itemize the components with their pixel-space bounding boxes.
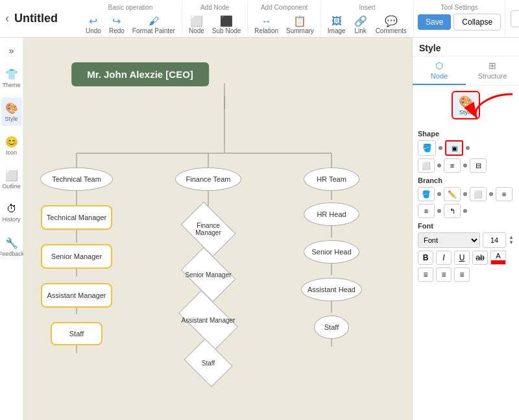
font-section-label: Font [418, 222, 514, 230]
shape-btn-fill[interactable]: 🪣 [418, 140, 436, 156]
save-button[interactable]: Save [418, 14, 451, 30]
branch-section-label: Branch [418, 177, 514, 184]
bold-button[interactable]: B [418, 251, 433, 265]
strikethrough-button[interactable]: ab [472, 251, 488, 265]
branch-section: Branch 🪣 ✏️ ⬜ ≡ ≡ ↰ [418, 177, 514, 218]
staff-tech-node[interactable]: Staff [51, 322, 103, 345]
feedback-icon: 🔧 [5, 237, 18, 249]
collapse-button[interactable]: Collapse [453, 14, 501, 31]
branch-style-btn[interactable]: ≡ [418, 204, 435, 218]
branch-dot-3 [489, 192, 493, 196]
font-align-row: ≡ ≡ ≡ [418, 267, 514, 282]
shape-row-2: ⬜ ≡ ⊟ [418, 158, 514, 173]
ceo-node[interactable]: Mr. John Alexzie [CEO] [71, 62, 209, 86]
hr-team-node[interactable]: HR Team [304, 167, 359, 191]
sub-node-button[interactable]: ⬛Sub Node [210, 14, 243, 36]
app-title: Untitled [14, 12, 66, 25]
toolbar-section-add-node: Add Node ⬜Node ⬛Sub Node [182, 1, 248, 36]
back-button[interactable]: ‹ [5, 12, 9, 25]
branch-dot-5 [463, 209, 467, 213]
sidebar-item-history[interactable]: ⏱ History [1, 199, 22, 227]
font-size-down[interactable]: ▼ [509, 240, 514, 245]
dash-shape-icon: ⊟ [476, 162, 481, 170]
font-size-arrows: ▲ ▼ [509, 235, 514, 245]
sidebar-item-theme[interactable]: 👕 Theme [1, 64, 22, 92]
toolbar-section-insert: Insert 🖼Image 🔗Link 💬Comments [321, 1, 414, 36]
summary-button[interactable]: 📋Summary [284, 14, 317, 36]
branch-dot-4 [437, 209, 441, 213]
style-active-button[interactable]: 🎨 Style [452, 91, 480, 119]
branch-fill-btn[interactable]: 🪣 [418, 187, 435, 201]
senior-manager-tech-node[interactable]: Senior Manager [41, 244, 112, 269]
font-color-button[interactable]: A [490, 251, 506, 265]
toolbar-section-tool-settings: Tool Settings Save Collapse [414, 1, 505, 36]
theme-icon: 👕 [5, 68, 18, 80]
node-button[interactable]: ⬜Node [186, 14, 207, 36]
branch-curve-btn[interactable]: ↰ [444, 204, 461, 218]
align-right-icon: ≡ [459, 270, 464, 279]
branch-align-btn[interactable]: ≡ [496, 187, 513, 201]
image-button[interactable]: 🖼Image [325, 14, 348, 36]
link-button[interactable]: 🔗Link [351, 14, 370, 36]
structure-tab-icon: ⊞ [489, 60, 496, 71]
underline-button[interactable]: U [454, 251, 470, 265]
assistant-manager-finance-node[interactable]: Assistant Manager [181, 303, 235, 338]
senior-manager-finance-node[interactable]: Senior Manager [184, 257, 232, 292]
shape-btn-rect[interactable]: ▣ [445, 140, 463, 156]
align-left-button[interactable]: ≡ [418, 267, 433, 282]
font-size-input[interactable] [483, 232, 506, 248]
shape-dot-separator2 [466, 146, 470, 150]
technical-team-node[interactable]: Technical Team [40, 167, 113, 191]
branch-outline-btn[interactable]: ⬜ [470, 187, 487, 201]
toolbar: Basic operation ↩Undo ↪Redo 🖌Format Pain… [79, 1, 505, 36]
tab-node[interactable]: ⬡ Node [413, 56, 466, 85]
shape-line-btn[interactable]: ≡ [444, 158, 461, 173]
branch-style-icon: ≡ [424, 207, 428, 215]
branch-row-2: ≡ ↰ [418, 204, 514, 218]
tab-structure[interactable]: ⊞ Structure [466, 56, 519, 85]
assistant-manager-tech-node[interactable]: Assistant Manager [41, 283, 112, 308]
branch-fill-icon: 🪣 [422, 190, 431, 199]
font-select[interactable]: Font [418, 232, 480, 248]
branch-row-1: 🪣 ✏️ ⬜ ≡ [418, 187, 514, 201]
history-icon: ⏱ [6, 203, 17, 215]
shape-outline-btn[interactable]: ⬜ [418, 158, 435, 173]
sidebar-item-icon[interactable]: 😊 Icon [1, 131, 22, 160]
outline-shape-icon: ⬜ [422, 162, 431, 170]
collapse-sidebar-button[interactable]: » [9, 45, 14, 56]
shape-dash-btn[interactable]: ⊟ [470, 158, 487, 173]
undo-button[interactable]: ↩Undo [83, 14, 104, 36]
toolbar-section-tool-settings-label: Tool Settings [441, 4, 477, 11]
outline-icon: ⬜ [5, 169, 18, 182]
branch-line-icon: ✏️ [448, 190, 457, 199]
share-button[interactable]: 🔗 Share [511, 10, 519, 27]
staff-finance-node[interactable]: Staff [187, 347, 229, 379]
toolbar-section-add-component-label: Add Component [261, 4, 308, 11]
shape-dot-3 [437, 164, 441, 167]
style-panel-icon: 🎨 [459, 95, 473, 109]
staff-hr-node[interactable]: Staff [314, 315, 349, 339]
canvas[interactable]: Mr. John Alexzie [CEO] Technical Team Fi… [23, 38, 412, 420]
node-tab-icon: ⬡ [435, 60, 443, 71]
relation-button[interactable]: ↔Relation [252, 14, 281, 36]
shape-row-1: 🪣 ▣ [418, 140, 514, 156]
comments-button[interactable]: 💬Comments [373, 14, 409, 36]
assistant-head-hr-node[interactable]: Assistant Head [301, 278, 362, 301]
sidebar-item-feedback[interactable]: 🔧 Feedback [1, 232, 22, 261]
technical-manager-node[interactable]: Technical Manager [41, 205, 112, 230]
finance-team-node[interactable]: Finance Team [175, 167, 241, 191]
sidebar-item-style[interactable]: 🎨 Style [1, 97, 22, 126]
align-center-button[interactable]: ≡ [436, 267, 452, 282]
branch-align-icon: ≡ [502, 190, 506, 198]
hr-head-node[interactable]: HR Head [304, 203, 359, 226]
italic-button[interactable]: I [436, 251, 452, 265]
shape-section-label: Shape [418, 130, 514, 138]
senior-head-hr-node[interactable]: Senior Head [304, 240, 359, 264]
format-painter-button[interactable]: 🖌Format Painter [130, 14, 178, 36]
redo-button[interactable]: ↪Redo [106, 14, 127, 36]
align-right-button[interactable]: ≡ [454, 267, 470, 282]
sidebar-item-outline[interactable]: ⬜ Outline [1, 165, 22, 193]
branch-line-btn[interactable]: ✏️ [444, 187, 461, 201]
font-format-row: B I U ab A [418, 251, 514, 265]
finance-manager-node[interactable]: Finance Manager [184, 212, 232, 247]
